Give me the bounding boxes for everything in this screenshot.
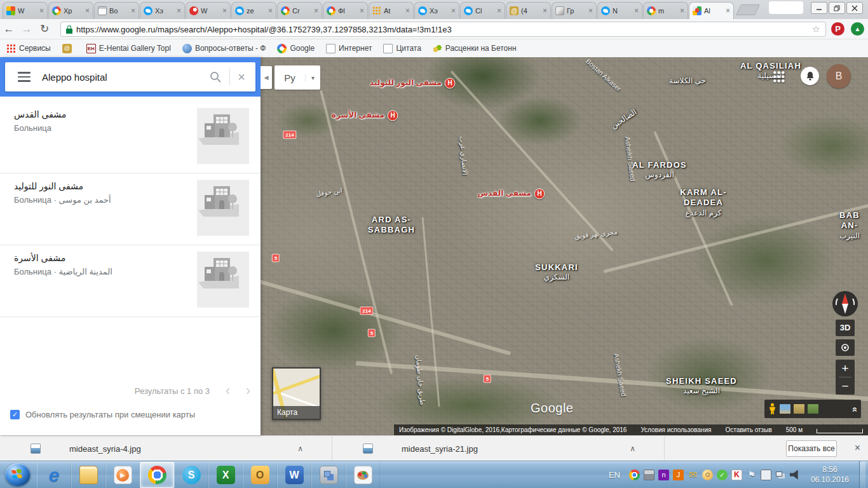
my-location-button[interactable]	[836, 339, 855, 356]
taskbar-outlook-button[interactable]: O	[243, 462, 277, 488]
tab-close-icon[interactable]: ×	[405, 7, 410, 15]
bookmark-item[interactable]: Расценки на Бетонн	[433, 44, 517, 53]
tab-close-icon[interactable]: ×	[497, 7, 501, 15]
taskbar-chrome-button[interactable]	[140, 462, 174, 488]
result-thumbnail[interactable]	[197, 108, 249, 164]
tab-close-icon[interactable]: ×	[680, 7, 684, 15]
taskbar-ie-button[interactable]: e	[37, 462, 71, 488]
close-downloads-icon[interactable]: ×	[855, 442, 860, 454]
tab-close-icon[interactable]: ×	[222, 7, 227, 15]
tab-close-icon[interactable]: ×	[360, 7, 364, 15]
browser-tab[interactable]: Хэ ×	[140, 2, 185, 19]
bookmark-item[interactable]: @	[62, 44, 75, 53]
taskbar-excel-button[interactable]: X	[208, 462, 243, 488]
download-menu-icon[interactable]: ∧	[630, 444, 635, 453]
tray-java-icon[interactable]: J	[673, 470, 684, 480]
update-results-checkbox[interactable]: ✓	[10, 410, 20, 419]
url-text[interactable]: https://www.google.ru/maps/search/Aleppo…	[76, 25, 808, 34]
browser-tab[interactable]: Al ×	[689, 2, 734, 19]
google-apps-icon[interactable]	[773, 71, 785, 83]
tab-close-icon[interactable]: ×	[634, 7, 639, 15]
browser-tab[interactable]: At ×	[369, 2, 414, 19]
hospital-marker[interactable]: H	[445, 78, 456, 89]
close-window-button[interactable]	[846, 2, 863, 14]
download-item[interactable]: mideast_syria-4.jpg ∧	[0, 436, 332, 461]
taskbar-explorer-button[interactable]	[71, 462, 105, 488]
download-item[interactable]: mideast_syria-21.jpg ∧	[332, 436, 665, 461]
tab-close-icon[interactable]: ×	[314, 7, 318, 15]
bookmark-star-icon[interactable]: ☆	[812, 24, 820, 35]
taskbar-clock[interactable]: 8:56 06.10.2016	[811, 464, 849, 485]
browser-tab[interactable]: @ (4 ×	[506, 2, 551, 19]
tab-close-icon[interactable]: ×	[268, 7, 273, 15]
search-result-item[interactable]: مشفى الأسرة Больница · المدينة الرياضية	[0, 245, 261, 317]
tray-kasp-icon[interactable]: K	[731, 470, 742, 480]
download-menu-icon[interactable]: ∧	[297, 444, 303, 453]
tab-close-icon[interactable]: ×	[131, 7, 135, 15]
bookmark-item[interactable]: Google	[277, 44, 315, 53]
address-bar[interactable]: https://www.google.ru/maps/search/Aleppo…	[60, 22, 826, 37]
browser-tab[interactable]: W ×	[3, 2, 48, 19]
zoom-out-button[interactable]: −	[836, 377, 855, 395]
bookmark-item[interactable]: EH E-Hentai Gallery Topl	[86, 44, 171, 53]
tray-check-icon[interactable]: ✓	[717, 470, 728, 480]
result-thumbnail[interactable]	[197, 252, 249, 308]
show-desktop-button[interactable]	[859, 461, 865, 488]
bookmark-item[interactable]: Сервисы	[6, 44, 51, 53]
imagery-thumbnail[interactable]	[808, 404, 818, 414]
tray-flag-icon[interactable]: ⚑	[746, 470, 757, 480]
tray-mail-icon[interactable]: ✉	[688, 470, 698, 480]
tab-close-icon[interactable]: ×	[588, 7, 593, 15]
prev-page-icon[interactable]: ‹	[226, 383, 230, 399]
taskbar-utility-button[interactable]	[311, 462, 346, 488]
tab-close-icon[interactable]: ×	[177, 7, 181, 15]
browser-tab[interactable]: Во ×	[94, 2, 139, 19]
browser-tab[interactable]: Хэ ×	[414, 2, 459, 19]
clear-search-icon[interactable]: ×	[238, 70, 245, 85]
compass-control[interactable]	[831, 290, 859, 318]
map-view-toggle[interactable]: Карта	[272, 367, 321, 420]
imagery-thumbnail[interactable]	[794, 404, 804, 414]
browser-tab[interactable]: Хр ×	[48, 2, 93, 19]
expand-imagery-icon[interactable]: «	[850, 407, 860, 410]
tray-vol-icon[interactable]	[790, 470, 801, 480]
satellite-map[interactable]: AL QASILIAH القسيلية حي الكلاسة الصالحين…	[261, 57, 868, 435]
bookmark-item[interactable]: Вопросы-ответы - Ф	[182, 44, 266, 53]
hospital-marker[interactable]: H	[534, 189, 545, 200]
reload-button[interactable]: ↻	[36, 22, 53, 36]
collapse-sidebar-button[interactable]: ◀	[261, 66, 272, 89]
search-result-item[interactable]: مشفى النور للتوليد Больница · أحمد بن مو…	[0, 173, 261, 245]
minimize-button[interactable]	[811, 2, 827, 14]
3d-view-button[interactable]: 3D	[836, 320, 855, 336]
next-page-icon[interactable]: ›	[246, 383, 250, 399]
browser-tab[interactable]: Cl ×	[460, 2, 505, 19]
tray-outlook-icon[interactable]: O	[702, 470, 713, 480]
tab-close-icon[interactable]: ×	[543, 7, 547, 15]
tray-net-icon[interactable]	[775, 470, 786, 480]
tray-printer-icon[interactable]	[644, 470, 654, 480]
forward-button[interactable]: →	[18, 23, 36, 36]
account-avatar[interactable]: B	[827, 64, 851, 88]
browser-tab[interactable]: N ×	[597, 2, 642, 19]
pegman-icon[interactable]	[768, 403, 776, 415]
language-button[interactable]: Ру ▾	[275, 65, 320, 90]
browser-tab[interactable]: Cr ×	[277, 2, 322, 19]
pinterest-extension-icon[interactable]: P	[831, 22, 844, 36]
tab-close-icon[interactable]: ×	[85, 7, 90, 15]
taskbar-word-button[interactable]: W	[277, 462, 311, 488]
notifications-button[interactable]	[801, 67, 819, 85]
tray-clip-icon[interactable]	[761, 470, 771, 480]
tab-close-icon[interactable]: ×	[726, 7, 730, 15]
tab-close-icon[interactable]: ×	[39, 7, 44, 15]
browser-tab[interactable]: m ×	[643, 2, 688, 19]
terms-link[interactable]: Условия использования	[641, 426, 711, 433]
search-icon[interactable]	[209, 71, 222, 83]
browser-tab[interactable]: ze ×	[231, 2, 276, 19]
hospital-marker[interactable]: H	[388, 111, 398, 121]
new-tab-button[interactable]	[736, 4, 760, 15]
tab-close-icon[interactable]: ×	[451, 7, 456, 15]
feedback-link[interactable]: Оставить отзыв	[725, 426, 771, 433]
bookmark-item[interactable]: Интернет	[326, 44, 372, 53]
browser-tab[interactable]: Фl ×	[323, 2, 368, 19]
browser-tab[interactable]: Гр ×	[552, 2, 597, 19]
